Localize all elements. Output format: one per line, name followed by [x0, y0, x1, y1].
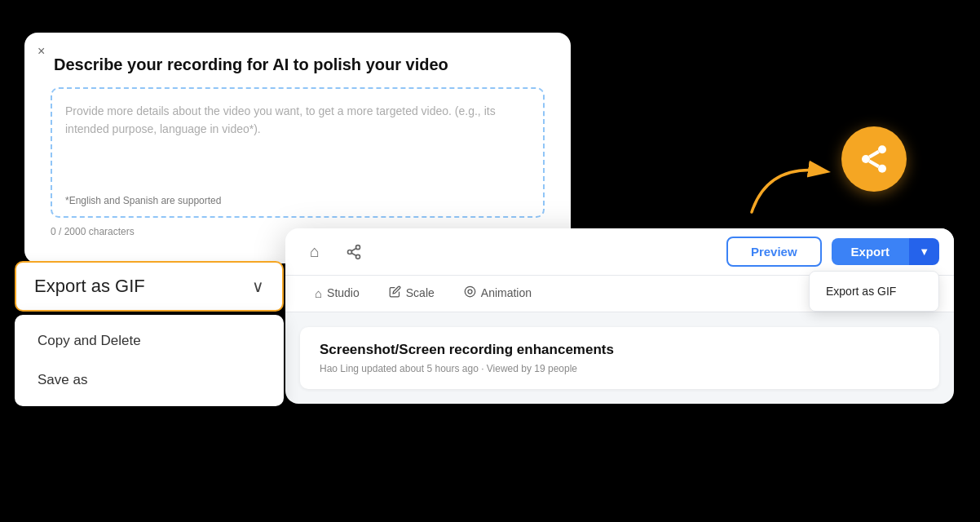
animation-icon: [464, 285, 476, 300]
svg-point-7: [878, 145, 886, 153]
tab-animation-label: Animation: [481, 286, 532, 299]
home-button[interactable]: ⌂: [300, 237, 329, 267]
scale-icon: [389, 285, 401, 300]
tab-animation[interactable]: Animation: [449, 276, 546, 312]
content-card: Screenshot/Screen recording enhancements…: [300, 327, 939, 389]
svg-line-3: [351, 253, 356, 255]
arrow-decoration: [744, 155, 841, 220]
toolbar-export-dropdown: Export as GIF: [809, 271, 939, 312]
content-area: Screenshot/Screen recording enhancements…: [285, 312, 954, 404]
export-button-group: Export ▼: [832, 238, 939, 265]
tab-studio[interactable]: ⌂ Studio: [300, 276, 374, 312]
export-as-gif-option[interactable]: Export as GIF: [810, 276, 938, 306]
svg-point-6: [468, 290, 472, 294]
svg-point-9: [878, 165, 886, 173]
share-circle-icon[interactable]: [841, 126, 907, 192]
preview-button[interactable]: Preview: [726, 237, 822, 267]
copy-and-delete-item[interactable]: Copy and Delete: [15, 321, 284, 361]
content-title: Screenshot/Screen recording enhancements: [320, 342, 920, 358]
export-gif-dropdown: Copy and Delete Save as: [15, 315, 284, 406]
dialog-title: Describe your recording for AI to polish…: [54, 55, 545, 74]
export-main-button[interactable]: Export: [832, 238, 910, 265]
share-button[interactable]: [339, 237, 369, 267]
svg-line-11: [869, 152, 878, 157]
svg-line-10: [869, 161, 878, 167]
close-button[interactable]: ×: [38, 44, 45, 59]
save-as-item[interactable]: Save as: [15, 361, 284, 400]
ai-textarea-wrapper[interactable]: Provide more details about the video you…: [51, 87, 545, 218]
toolbar: ⌂ Preview Export ▼ Export as GIF: [285, 228, 954, 276]
svg-line-4: [351, 248, 356, 250]
main-panel: ⌂ Preview Export ▼ Export as GIF ⌂ Studi…: [285, 228, 954, 404]
studio-icon: ⌂: [315, 286, 322, 300]
chevron-down-icon: ∨: [252, 276, 264, 296]
svg-point-5: [465, 286, 475, 297]
tab-studio-label: Studio: [327, 286, 360, 299]
export-dropdown-button[interactable]: ▼: [909, 238, 939, 265]
svg-point-8: [862, 155, 870, 163]
export-gif-button[interactable]: Export as GIF ∨: [15, 261, 284, 312]
content-meta: Hao Ling updated about 5 hours ago · Vie…: [320, 363, 920, 374]
textarea-placeholder: Provide more details about the video you…: [65, 102, 530, 139]
export-gif-label: Export as GIF: [34, 276, 145, 297]
tab-scale[interactable]: Scale: [374, 276, 449, 312]
supported-note: *English and Spanish are supported: [65, 195, 221, 206]
share-svg: [858, 143, 890, 175]
tab-scale-label: Scale: [406, 286, 435, 299]
export-gif-card: Export as GIF ∨ Copy and Delete Save as: [15, 261, 284, 406]
